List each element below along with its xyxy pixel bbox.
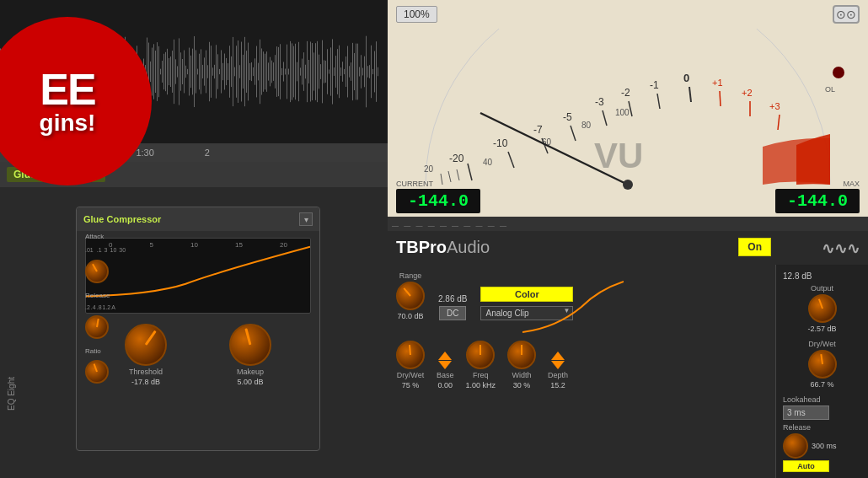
svg-rect-105 [172, 51, 173, 93]
svg-rect-180 [298, 42, 299, 101]
svg-rect-96 [157, 42, 158, 101]
svg-rect-178 [295, 44, 296, 99]
svg-text:OL: OL [825, 85, 835, 94]
svg-text:VU: VU [594, 136, 643, 175]
depth-down-arrow[interactable] [551, 361, 565, 369]
svg-rect-210 [349, 66, 350, 77]
dc-button[interactable]: DC [439, 306, 466, 320]
svg-rect-130 [214, 65, 215, 78]
threshold-knob[interactable] [125, 324, 167, 366]
svg-rect-173 [287, 45, 287, 99]
output-value: -2.57 dB [807, 325, 836, 333]
svg-text:-1: -1 [650, 79, 659, 91]
svg-rect-181 [300, 67, 301, 75]
threshold-value: -17.8 dB [131, 378, 160, 386]
svg-rect-139 [229, 46, 230, 98]
svg-rect-135 [222, 63, 223, 80]
svg-rect-201 [334, 67, 335, 76]
svg-rect-184 [305, 65, 306, 78]
release2-row: 300 ms [783, 433, 861, 459]
svg-rect-164 [271, 61, 272, 83]
svg-rect-152 [251, 62, 252, 81]
svg-rect-161 [266, 51, 267, 92]
svg-rect-209 [347, 46, 348, 98]
bottom-curve-svg [522, 277, 624, 336]
auto-button[interactable]: Auto [783, 460, 829, 472]
right-panel: 12.8 dB Output -2.57 dB Dry/Wet 66.7 % [775, 265, 868, 478]
max-value: -144.0 [775, 189, 860, 213]
svg-rect-145 [239, 65, 240, 78]
svg-rect-134 [221, 50, 222, 93]
freq-label: Freq [473, 371, 489, 379]
output-knob[interactable] [808, 294, 837, 323]
output-control: Output -2.57 dB [783, 284, 861, 333]
release-knob[interactable] [85, 315, 109, 339]
drywet2-knob[interactable] [808, 350, 837, 379]
svg-rect-199 [330, 47, 331, 95]
threshold-label: Threshold [129, 368, 163, 376]
svg-rect-131 [216, 45, 217, 98]
depth-up-arrow[interactable] [551, 352, 565, 360]
drywet-knob[interactable] [396, 341, 425, 369]
svg-rect-144 [238, 40, 238, 103]
svg-rect-207 [344, 69, 345, 74]
svg-rect-223 [371, 46, 372, 98]
svg-rect-160 [265, 54, 265, 90]
svg-rect-186 [308, 60, 309, 83]
width-value: 30 % [513, 381, 531, 389]
svg-rect-149 [246, 51, 247, 93]
svg-rect-95 [155, 51, 156, 93]
svg-rect-187 [310, 41, 311, 101]
attack-knob[interactable] [85, 260, 109, 283]
ratio-knob[interactable] [85, 360, 109, 384]
drywet-control: Dry/Wet 75 % [396, 341, 425, 389]
base-down-arrow[interactable] [438, 361, 452, 369]
release2-knob[interactable] [783, 433, 808, 459]
svg-rect-203 [337, 49, 338, 94]
comp-close-button[interactable]: ▾ [299, 212, 313, 226]
max-reading: MAX -144.0 [775, 180, 860, 213]
vu-meter-arc: -20 -10 -7 -5 -3 -2 [388, 29, 868, 193]
svg-rect-111 [182, 59, 183, 84]
width-knob-indicator [521, 345, 522, 355]
svg-rect-128 [211, 46, 212, 98]
makeup-control: Makeup 5.00 dB [229, 324, 271, 386]
attack-knob-indicator [92, 264, 98, 272]
freq-knob[interactable] [466, 341, 495, 369]
range-knob[interactable] [396, 282, 425, 310]
svg-rect-155 [256, 46, 257, 98]
vu-link-button[interactable]: ⊙⊙ [833, 5, 860, 24]
wave-logo: ∿∿∿ [822, 239, 860, 258]
svg-rect-219 [364, 56, 365, 88]
release-label: Release [85, 292, 126, 299]
svg-rect-146 [241, 42, 242, 102]
release-knob-indicator [96, 319, 99, 327]
svg-rect-92 [150, 62, 151, 82]
bottom-curve-display [522, 277, 624, 336]
makeup-knob[interactable] [229, 324, 271, 366]
svg-rect-102 [167, 49, 168, 94]
svg-rect-190 [315, 43, 316, 100]
svg-text:-2: -2 [621, 87, 630, 99]
svg-rect-226 [376, 41, 377, 102]
svg-rect-165 [273, 62, 274, 81]
attack-scale: .01 .1 3 10 30 [85, 247, 126, 253]
svg-rect-197 [327, 49, 328, 94]
base-control: Base 0.00 [437, 352, 454, 389]
lookahead-input[interactable] [783, 405, 829, 420]
svg-rect-206 [342, 62, 343, 82]
svg-rect-167 [276, 46, 277, 97]
depth-control: Depth 15.2 [548, 352, 568, 389]
svg-rect-151 [249, 63, 250, 80]
on-button[interactable]: On [738, 238, 771, 256]
makeup-label: Makeup [237, 368, 264, 376]
base-arrows [438, 352, 452, 369]
svg-rect-123 [202, 65, 203, 78]
width-knob[interactable] [507, 341, 536, 369]
svg-rect-97 [158, 46, 159, 97]
ratio-label: Ratio [85, 347, 126, 355]
freq-knob-indicator [480, 345, 481, 355]
base-up-arrow[interactable] [438, 352, 452, 360]
svg-rect-222 [369, 65, 370, 78]
svg-rect-99 [162, 61, 163, 83]
